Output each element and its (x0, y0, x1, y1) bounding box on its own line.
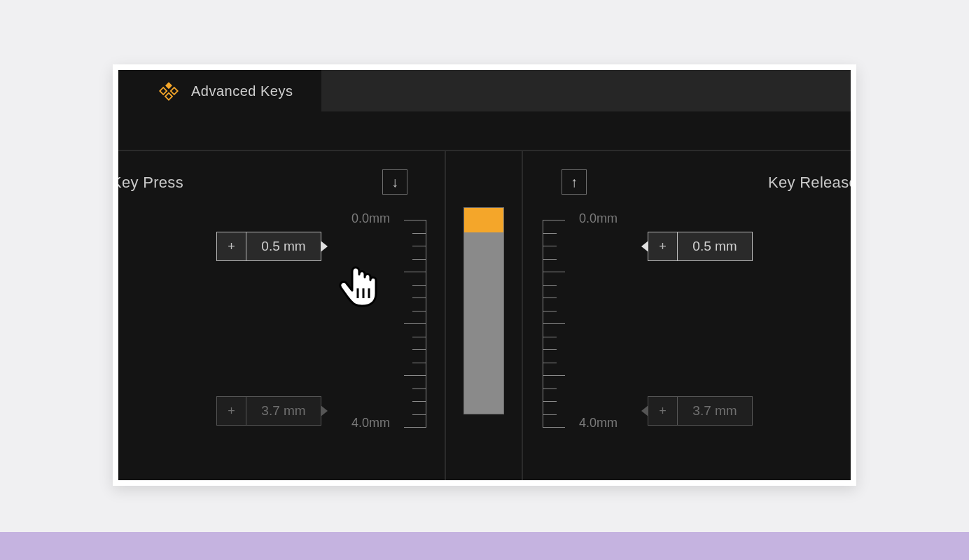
key-press-upper-marker[interactable]: + 0.5 mm (216, 232, 321, 261)
meter-fill-orange (464, 208, 503, 232)
marker-pointer-icon (641, 241, 648, 252)
marker-pointer-icon (641, 405, 648, 416)
tab-label: Advanced Keys (191, 83, 293, 99)
svg-rect-2 (160, 88, 167, 94)
ruler-tick (543, 220, 565, 220)
key-press-lower-marker[interactable]: + 3.7 mm (216, 396, 321, 426)
key-release-direction-up[interactable]: ↑ (562, 169, 587, 195)
ruler-tick (404, 323, 426, 324)
page-footer-strip (0, 532, 969, 560)
svg-rect-3 (165, 93, 172, 100)
ruler-tick (412, 233, 426, 234)
tab-advanced-keys[interactable]: Advanced Keys (132, 70, 321, 112)
advanced-keys-icon (159, 81, 179, 101)
panel-key-release: Key Release ↑ 0.0mm 4.0mm + 0.5 mm + 3.7… (524, 151, 851, 480)
ruler-tick (543, 272, 565, 272)
app-window: Advanced Keys Key Press ↓ 0.0mm 4.0mm + … (118, 70, 851, 480)
add-binding-button[interactable]: + (217, 397, 246, 425)
key-release-upper-value[interactable]: 0.5 mm (678, 232, 752, 260)
ruler-tick (543, 349, 557, 350)
ruler-label-bottom: 4.0mm (351, 416, 390, 430)
ruler-tick (543, 363, 557, 363)
svg-rect-1 (171, 88, 178, 94)
ruler-tick (543, 285, 557, 286)
ruler-tick (404, 220, 426, 220)
ruler-tick (543, 375, 565, 376)
ruler-tick (543, 246, 557, 246)
ruler-tick (543, 337, 557, 337)
ruler-tick (412, 349, 426, 350)
ruler-tick (404, 375, 426, 376)
svg-rect-0 (165, 82, 172, 89)
ruler-tick (412, 311, 426, 312)
key-press-direction-down[interactable]: ↓ (382, 169, 407, 195)
key-release-upper-marker[interactable]: + 0.5 mm (648, 232, 753, 261)
ruler-tick (543, 311, 557, 312)
add-binding-button[interactable]: + (648, 397, 678, 425)
ruler-tick (412, 414, 426, 415)
add-binding-button[interactable]: + (217, 232, 246, 260)
add-binding-button[interactable]: + (648, 232, 678, 260)
screenshot-frame: Advanced Keys Key Press ↓ 0.0mm 4.0mm + … (113, 64, 856, 486)
ruler-tick (543, 259, 557, 260)
key-press-title: Key Press (118, 174, 183, 192)
key-press-lower-value[interactable]: 3.7 mm (246, 397, 321, 425)
ruler-tick (543, 401, 557, 402)
marker-pointer-icon (321, 241, 328, 252)
ruler-tick (543, 233, 557, 234)
ruler-tick (412, 388, 426, 389)
arrow-up-icon: ↑ (571, 174, 578, 190)
ruler-tick (543, 298, 557, 298)
ruler-tick (412, 246, 426, 246)
ruler-tick (412, 285, 426, 286)
key-press-upper-value[interactable]: 0.5 mm (246, 232, 321, 260)
ruler-tick (543, 388, 557, 389)
ruler-tick (412, 337, 426, 337)
ruler-tick (543, 323, 565, 324)
ruler-tick (412, 363, 426, 363)
panel-meter (445, 151, 523, 480)
ruler-tick (404, 427, 426, 428)
tab-bar: Advanced Keys (118, 70, 851, 112)
panel-key-press: Key Press ↓ 0.0mm 4.0mm + 0.5 mm + 3.7 m… (118, 151, 445, 480)
key-release-lower-marker[interactable]: + 3.7 mm (648, 396, 753, 426)
ruler-label-top: 0.0mm (351, 211, 390, 226)
ruler-tick (412, 401, 426, 402)
key-release-ruler (543, 220, 583, 427)
ruler-tick (404, 272, 426, 272)
ruler-tick (412, 298, 426, 298)
ruler-label-bottom: 4.0mm (579, 416, 618, 430)
key-press-ruler (386, 220, 426, 427)
arrow-down-icon: ↓ (391, 174, 398, 190)
ruler-tick (543, 414, 557, 415)
meter-fill-grey (464, 232, 503, 414)
key-release-title: Key Release (768, 174, 851, 192)
ruler-label-top: 0.0mm (579, 211, 618, 226)
ruler-tick (412, 259, 426, 260)
ruler-tick (543, 427, 565, 428)
actuation-meter (463, 207, 504, 414)
tab-stub (118, 70, 132, 112)
content-area: Key Press ↓ 0.0mm 4.0mm + 0.5 mm + 3.7 m… (118, 112, 851, 480)
key-release-lower-value[interactable]: 3.7 mm (678, 397, 752, 425)
marker-pointer-icon (321, 405, 328, 416)
